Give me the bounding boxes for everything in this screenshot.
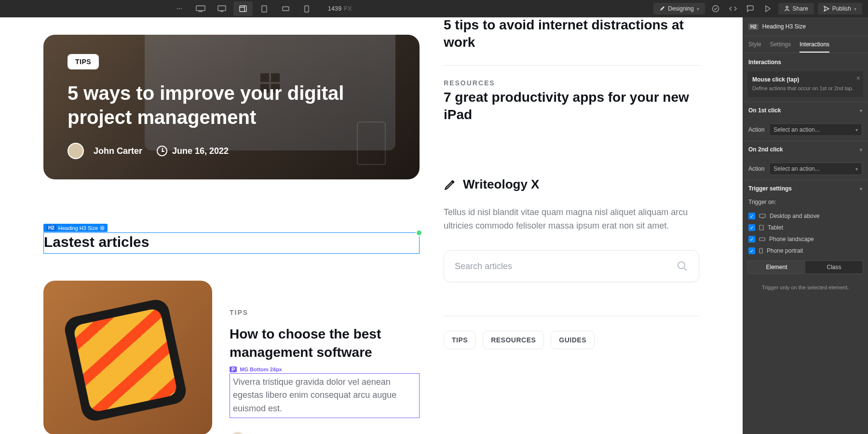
tablet-icon [759, 225, 764, 231]
breakpoint-base-button[interactable] [233, 1, 253, 16]
svg-rect-3 [262, 6, 267, 12]
svg-point-9 [678, 262, 685, 269]
hero-date: June 16, 2022 [157, 146, 229, 156]
publish-button[interactable]: Publish ▾ [818, 3, 862, 14]
search-input[interactable] [455, 261, 677, 271]
tab-settings[interactable]: Settings [770, 41, 791, 53]
segment-element[interactable]: Element [748, 261, 805, 273]
article-category: TIPS [230, 309, 420, 316]
tag-list: TIPS RESOURCES GUIDES [444, 316, 699, 349]
comment-icon[interactable] [744, 2, 757, 15]
second-action-select[interactable]: Select an action...▾ [769, 163, 862, 175]
first-action-select[interactable]: Select an action...▾ [769, 123, 862, 136]
trigger-hint: Trigger only on the selected element. [743, 278, 868, 298]
paragraph-selection-tag[interactable]: P MG Bottom 24px [230, 366, 282, 372]
search-icon [677, 260, 688, 272]
category-badge: TIPS [68, 54, 99, 69]
desktop-icon [759, 214, 766, 218]
sidebar-post[interactable]: 5 tips to avoid internet distractions at… [444, 17, 699, 52]
canvas-width-display[interactable]: 1439PX [328, 5, 352, 12]
more-menu-button[interactable]: ⋯ [170, 1, 189, 16]
close-icon[interactable]: × [856, 74, 860, 82]
selection-breadcrumb[interactable]: H2 Heading H3 Size [743, 17, 868, 36]
article-description[interactable]: Viverra tristique gravida dolor vel aene… [230, 373, 420, 419]
code-icon[interactable] [726, 2, 740, 15]
sidebar-post-title: 5 tips to avoid internet distractions at… [444, 17, 699, 52]
article-card[interactable]: TIPS How to choose the best management s… [43, 281, 420, 434]
device-checkbox-phone-landscape[interactable]: ✓ Phone landscape [743, 233, 868, 245]
trigger-card[interactable]: × Mouse click (tap) Define actions that … [747, 71, 863, 97]
top-toolbar: ⋯ 1439PX Designing ▾ [0, 0, 868, 17]
first-click-header[interactable]: On 1st click▾ [743, 102, 868, 119]
search-box[interactable] [444, 250, 699, 282]
svg-rect-11 [760, 225, 763, 230]
tab-style[interactable]: Style [748, 41, 761, 53]
trigger-scope-segmented[interactable]: Element Class [747, 260, 863, 274]
device-checkbox-phone-portrait[interactable]: ✓ Phone portrait [743, 245, 868, 257]
svg-rect-12 [760, 238, 765, 241]
tag-chip[interactable]: TIPS [444, 331, 476, 349]
inspector-panel: H2 Heading H3 Size Style Settings Intera… [743, 17, 868, 434]
add-handle-icon[interactable] [416, 230, 422, 236]
breakpoint-desktop-large-button[interactable] [191, 1, 210, 16]
preview-icon[interactable] [761, 2, 774, 15]
tag-chip[interactable]: RESOURCES [483, 331, 544, 349]
svg-rect-5 [305, 6, 309, 12]
hero-title: 5 ways to improve your digital project m… [68, 81, 376, 129]
design-canvas[interactable]: TIPS 5 ways to improve your digital proj… [0, 17, 743, 434]
trigger-settings-header[interactable]: Trigger settings▾ [743, 180, 868, 197]
second-click-header[interactable]: On 2nd click▾ [743, 141, 868, 158]
breakpoint-desktop-button[interactable] [212, 1, 231, 16]
tab-interactions[interactable]: Interactions [800, 41, 829, 53]
svg-rect-1 [218, 6, 226, 11]
brand-description: Tellus id nisl blandit vitae quam magna … [444, 205, 699, 233]
avatar [230, 432, 246, 434]
svg-point-6 [712, 6, 719, 12]
segment-class[interactable]: Class [805, 261, 863, 273]
sidebar-post-title: 7 great productivity apps for your new i… [444, 89, 699, 124]
device-checkbox-desktop[interactable]: ✓ Desktop and above [743, 210, 868, 222]
phone-landscape-icon [759, 237, 765, 241]
brand-logo: Writeology X [444, 177, 699, 192]
pen-icon [444, 177, 457, 191]
phone-portrait-icon [759, 248, 763, 254]
svg-rect-0 [196, 6, 205, 11]
hero-card[interactable]: TIPS 5 ways to improve your digital proj… [43, 35, 420, 179]
checkmark-icon[interactable] [709, 2, 722, 15]
tag-chip[interactable]: GUIDES [551, 331, 595, 349]
share-button[interactable]: Share [778, 3, 814, 14]
breakpoint-phone-button[interactable] [297, 1, 316, 16]
action-label: Action [748, 165, 764, 172]
interactions-heading: Interactions [743, 53, 868, 71]
sidebar-post-category: RESOURCES [444, 79, 699, 87]
trigger-on-label: Trigger on: [748, 199, 862, 205]
breakpoint-phone-landscape-button[interactable] [276, 1, 295, 16]
mode-switcher[interactable]: Designing ▾ [653, 3, 705, 14]
avatar [68, 143, 84, 159]
divider [444, 65, 699, 66]
sidebar-post[interactable]: RESOURCES 7 great productivity apps for … [444, 79, 699, 124]
svg-point-7 [786, 6, 788, 8]
action-label: Action [748, 126, 764, 133]
article-thumbnail [43, 281, 212, 434]
svg-point-8 [101, 227, 103, 229]
trigger-description: Define actions that occur on 1st or 2nd … [752, 85, 858, 92]
selection-tag[interactable]: H2 Heading H3 Size [43, 224, 108, 232]
svg-rect-13 [760, 248, 762, 253]
svg-rect-2 [240, 6, 246, 12]
selected-heading-element[interactable]: Lastest articles [43, 232, 420, 254]
article-title: How to choose the best management softwa… [230, 325, 420, 362]
gear-icon [100, 226, 105, 231]
hero-author: John Carter [68, 143, 142, 159]
device-checkbox-tablet[interactable]: ✓ Tablet [743, 222, 868, 233]
breakpoint-tablet-button[interactable] [255, 1, 274, 16]
article-author: John Carter [230, 432, 299, 434]
clock-icon [157, 146, 167, 156]
svg-rect-10 [760, 214, 765, 217]
trigger-title: Mouse click (tap) [752, 76, 858, 83]
svg-rect-4 [283, 7, 289, 11]
